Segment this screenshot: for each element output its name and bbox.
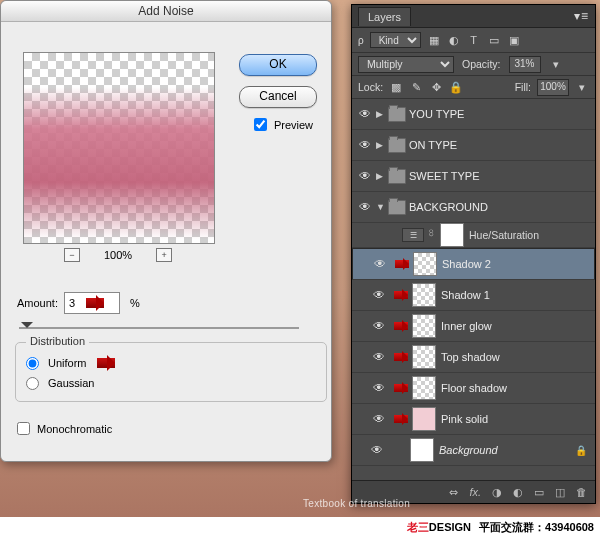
- red-arrow-icon: [394, 415, 408, 423]
- panel-menu-icon[interactable]: ▾≡: [574, 9, 589, 23]
- layer-thumbnail: [412, 283, 436, 307]
- folder-icon: [388, 138, 406, 153]
- layer-row[interactable]: 👁 Shadow 2: [352, 248, 595, 280]
- visibility-toggle[interactable]: 👁: [369, 257, 391, 271]
- add-noise-dialog: Add Noise − 100% + OK Cancel Preview Amo…: [0, 0, 332, 462]
- new-layer-icon[interactable]: ◫: [555, 486, 565, 499]
- adjustment-icon[interactable]: ◐: [513, 486, 523, 499]
- filter-kind-select[interactable]: Kind: [370, 32, 421, 48]
- amount-label: Amount:: [17, 297, 58, 309]
- folder-icon: [388, 169, 406, 184]
- group-row[interactable]: 👁 ▶ ON TYPE: [352, 130, 595, 161]
- layers-tab[interactable]: Layers: [358, 7, 411, 26]
- group-row[interactable]: 👁 ▶ SWEET TYPE: [352, 161, 595, 192]
- disclosure-icon[interactable]: ▼: [376, 202, 388, 212]
- red-arrow-icon: [394, 322, 408, 330]
- layer-list: 👁 ▶ YOU TYPE 👁 ▶ ON TYPE 👁 ▶ SWEET TYPE …: [352, 99, 595, 466]
- preview-checkbox[interactable]: [254, 118, 267, 131]
- gaussian-label: Gaussian: [48, 377, 94, 389]
- lock-all-icon[interactable]: 🔒: [449, 80, 463, 94]
- preview-label: Preview: [274, 119, 313, 131]
- gaussian-radio[interactable]: [26, 377, 39, 390]
- visibility-toggle[interactable]: 👁: [368, 350, 390, 364]
- visibility-toggle[interactable]: 👁: [354, 107, 376, 121]
- red-arrow-icon: [394, 384, 408, 392]
- mask-icon[interactable]: ◑: [492, 486, 502, 499]
- disclosure-icon[interactable]: ▶: [376, 109, 388, 119]
- layer-thumbnail: [410, 438, 434, 462]
- noise-preview: [23, 52, 215, 244]
- lock-icon: 🔒: [575, 445, 587, 456]
- visibility-toggle[interactable]: 👁: [368, 319, 390, 333]
- visibility-toggle[interactable]: 👁: [368, 412, 390, 426]
- group-row[interactable]: 👁 ▼ BACKGROUND: [352, 192, 595, 223]
- fill-value[interactable]: 100%: [537, 79, 569, 96]
- filter-pixel-icon[interactable]: ▦: [427, 33, 441, 47]
- background-layer-row[interactable]: 👁 Background 🔒: [352, 435, 595, 466]
- visibility-toggle[interactable]: 👁: [366, 443, 388, 457]
- adjustment-row[interactable]: ☰ 𝟾 Hue/Saturation: [352, 223, 595, 248]
- layer-row[interactable]: 👁 Floor shadow: [352, 373, 595, 404]
- visibility-toggle[interactable]: 👁: [354, 138, 376, 152]
- monochromatic-checkbox[interactable]: [17, 422, 30, 435]
- zoom-out-button[interactable]: −: [64, 248, 80, 262]
- visibility-toggle[interactable]: 👁: [354, 169, 376, 183]
- layer-row[interactable]: 👁 Shadow 1: [352, 280, 595, 311]
- red-arrow-icon: [97, 358, 115, 368]
- layer-row[interactable]: 👁 Inner glow: [352, 311, 595, 342]
- layers-panel: Layers ▾≡ ρ Kind ▦ ◐ T ▭ ▣ Multiply Opac…: [351, 4, 596, 504]
- mask-thumbnail: [440, 223, 464, 247]
- brand-logo: 老三DESIGN: [407, 520, 471, 535]
- fill-label: Fill:: [515, 81, 531, 93]
- folder-icon: [388, 200, 406, 215]
- distribution-group: Distribution Uniform Gaussian: [15, 342, 327, 402]
- lock-label: Lock:: [358, 81, 383, 93]
- red-arrow-icon: [394, 291, 408, 299]
- link-icon: 𝟾: [428, 227, 436, 243]
- filter-smart-icon[interactable]: ▣: [507, 33, 521, 47]
- layer-thumbnail: [412, 376, 436, 400]
- filter-adjust-icon[interactable]: ◐: [447, 33, 461, 47]
- ok-button[interactable]: OK: [239, 54, 317, 76]
- layer-row[interactable]: 👁 Pink solid: [352, 404, 595, 435]
- hue-slider-icon: ☰: [402, 228, 424, 242]
- visibility-toggle[interactable]: 👁: [368, 288, 390, 302]
- blend-mode-select[interactable]: Multiply: [358, 56, 454, 73]
- fill-stepper-icon[interactable]: ▾: [575, 80, 589, 94]
- lock-transparency-icon[interactable]: ▩: [389, 80, 403, 94]
- lock-paint-icon[interactable]: ✎: [409, 80, 423, 94]
- disclosure-icon[interactable]: ▶: [376, 171, 388, 181]
- zoom-percent: 100%: [104, 249, 132, 261]
- red-arrow-icon: [394, 353, 408, 361]
- lock-move-icon[interactable]: ✥: [429, 80, 443, 94]
- amount-unit: %: [130, 297, 140, 309]
- link-layers-icon[interactable]: ⇔: [449, 486, 458, 499]
- group-row[interactable]: 👁 ▶ YOU TYPE: [352, 99, 595, 130]
- opacity-stepper-icon[interactable]: ▾: [549, 57, 563, 71]
- layer-thumbnail: [413, 252, 437, 276]
- distribution-legend: Distribution: [26, 335, 89, 347]
- trash-icon[interactable]: 🗑: [576, 486, 587, 498]
- visibility-toggle[interactable]: 👁: [354, 200, 376, 214]
- uniform-label: Uniform: [48, 357, 87, 369]
- layer-thumbnail: [412, 407, 436, 431]
- amount-slider[interactable]: [19, 320, 299, 334]
- layer-thumbnail: [412, 345, 436, 369]
- visibility-toggle[interactable]: 👁: [368, 381, 390, 395]
- uniform-radio[interactable]: [26, 357, 39, 370]
- opacity-value[interactable]: 31%: [509, 56, 541, 73]
- page-footer: 老三DESIGN 平面交流群：43940608: [0, 517, 600, 537]
- layer-row[interactable]: 👁 Top shadow: [352, 342, 595, 373]
- cancel-button[interactable]: Cancel: [239, 86, 317, 108]
- group-icon[interactable]: ▭: [534, 486, 544, 499]
- filter-shape-icon[interactable]: ▭: [487, 33, 501, 47]
- opacity-label: Opacity:: [462, 58, 501, 70]
- zoom-in-button[interactable]: +: [156, 248, 172, 262]
- disclosure-icon[interactable]: ▶: [376, 140, 388, 150]
- layer-thumbnail: [412, 314, 436, 338]
- folder-icon: [388, 107, 406, 122]
- red-arrow-icon: [395, 260, 409, 268]
- filter-type-icon[interactable]: T: [467, 33, 481, 47]
- dialog-title: Add Noise: [1, 1, 331, 22]
- fx-icon[interactable]: fx.: [469, 486, 481, 498]
